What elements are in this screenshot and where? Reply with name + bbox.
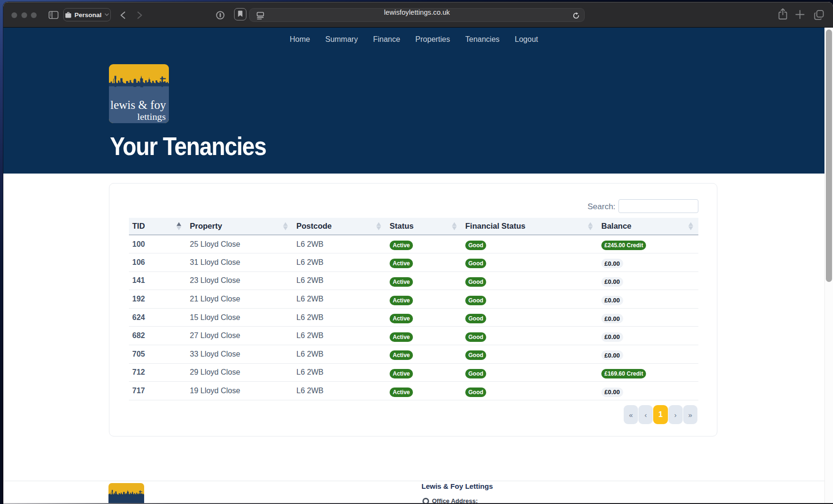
- svg-text:lettings: lettings: [137, 112, 166, 122]
- svg-text:lewis & foy: lewis & foy: [110, 98, 166, 112]
